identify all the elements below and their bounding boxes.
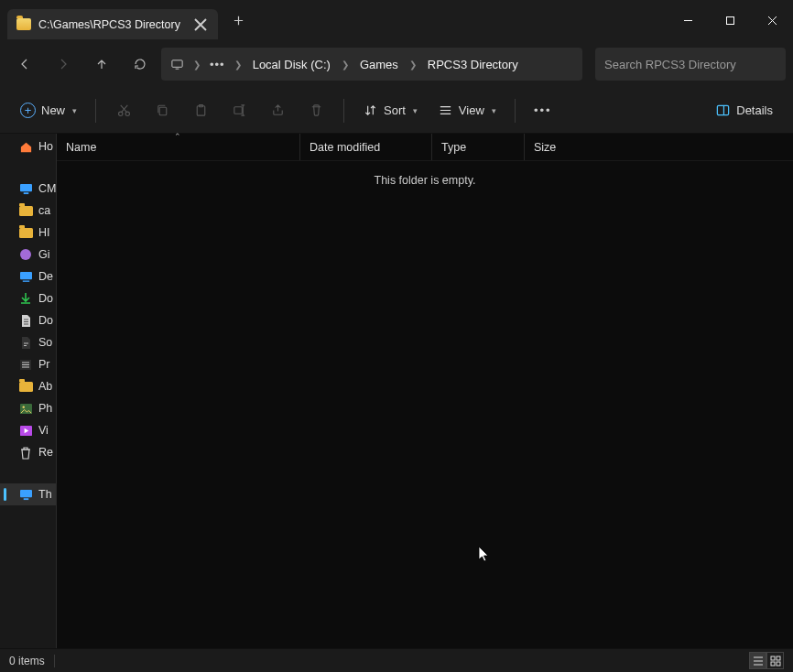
sidebar-item-label: Ab [38, 380, 52, 393]
svg-rect-20 [777, 656, 780, 660]
svg-rect-22 [777, 662, 780, 666]
column-header-size[interactable]: Size [525, 134, 591, 160]
details-button[interactable]: Details [708, 95, 780, 126]
svg-point-15 [22, 406, 24, 407]
document-icon [18, 314, 33, 327]
close-tab-button[interactable] [192, 16, 209, 33]
sidebar-item[interactable]: Ph [0, 397, 56, 419]
rename-button[interactable] [223, 95, 255, 126]
search-input[interactable] [604, 58, 777, 71]
view-button[interactable]: View ▾ [430, 95, 504, 126]
new-button[interactable]: + New ▾ [13, 95, 84, 126]
breadcrumb-root[interactable]: Local Disk (C:) [247, 50, 336, 78]
chevron-right-icon[interactable]: ❯ [191, 60, 202, 70]
sidebar-item[interactable]: Pr [0, 353, 56, 375]
folder-icon [18, 226, 33, 239]
photo-icon [18, 402, 33, 415]
svg-rect-12 [20, 271, 32, 278]
item-count: 0 items [9, 655, 45, 667]
svg-rect-9 [20, 183, 32, 190]
sidebar-item[interactable]: Do [0, 309, 56, 331]
chevron-right-icon[interactable]: ❯ [233, 60, 244, 70]
sidebar-item[interactable]: Th [0, 483, 56, 505]
sidebar-item[interactable]: CM [0, 178, 56, 200]
sort-button[interactable]: Sort ▾ [355, 95, 425, 126]
address-bar[interactable]: ❯ ••• ❯ Local Disk (C:) ❯ Games ❯ RPCS3 … [161, 48, 582, 81]
breadcrumb-leaf[interactable]: RPCS3 Directory [422, 50, 524, 78]
view-toggle-details[interactable] [749, 652, 766, 669]
chevron-right-icon[interactable]: ❯ [340, 60, 351, 70]
breadcrumb-overflow[interactable]: ••• [206, 50, 229, 78]
svg-point-2 [118, 112, 122, 115]
sidebar-item[interactable]: Ho [0, 135, 56, 157]
sidebar-item[interactable]: Vi [0, 419, 56, 441]
sidebar-item-label: Re [38, 446, 53, 459]
svg-point-3 [125, 112, 129, 115]
folder-icon [18, 380, 33, 393]
content-area[interactable]: Name ⌃ Date modified Type Size This fold… [57, 134, 793, 648]
sidebar-item[interactable]: Ab [0, 375, 56, 397]
chevron-right-icon[interactable]: ❯ [407, 60, 418, 70]
share-button[interactable] [261, 95, 294, 126]
title-bar: C:\Games\RPCS3 Directory [0, 0, 793, 40]
navigation-sidebar[interactable]: HoCMcaHIGiDeDoDoSoPrAbPhViReTh [0, 134, 57, 648]
more-button[interactable]: ••• [527, 95, 559, 126]
sidebar-item-label: CM [38, 182, 56, 195]
sidebar-item-label: So [38, 336, 52, 349]
empty-folder-message: This folder is empty. [57, 174, 793, 187]
details-pane-icon [715, 103, 731, 118]
column-header-type[interactable]: Type [432, 134, 525, 160]
monitor-icon [18, 182, 33, 195]
tab-title: C:\Games\RPCS3 Directory [38, 18, 185, 31]
sidebar-item[interactable]: De [0, 266, 56, 287]
forward-button[interactable] [46, 47, 81, 81]
sidebar-item-label: Do [38, 314, 53, 327]
refresh-button[interactable] [123, 47, 158, 81]
sidebar-item[interactable]: HI [0, 222, 56, 244]
command-toolbar: + New ▾ Sort ▾ View ▾ ••• Details [0, 88, 793, 134]
chevron-down-icon: ▾ [413, 106, 418, 115]
close-window-button[interactable] [751, 0, 793, 40]
breadcrumb-pc-icon[interactable] [167, 50, 188, 78]
script-icon [18, 336, 33, 349]
maximize-button[interactable] [709, 0, 751, 40]
video-icon [18, 424, 33, 437]
svg-rect-4 [159, 107, 167, 115]
new-tab-button[interactable] [223, 5, 253, 35]
sidebar-item-label: Th [38, 488, 52, 501]
address-row: ❯ ••• ❯ Local Disk (C:) ❯ Games ❯ RPCS3 … [0, 40, 793, 88]
column-header-date[interactable]: Date modified [300, 134, 432, 160]
sidebar-item[interactable]: Do [0, 287, 56, 309]
svg-rect-18 [23, 498, 28, 500]
copy-button[interactable] [146, 95, 179, 126]
sort-arrow-icon: ⌃ [174, 132, 181, 141]
search-box[interactable] [595, 48, 786, 81]
paste-button[interactable] [184, 95, 217, 126]
up-button[interactable] [84, 47, 119, 81]
breadcrumb-games[interactable]: Games [354, 50, 404, 78]
column-header-name[interactable]: Name ⌃ [57, 134, 300, 160]
svg-rect-5 [197, 106, 205, 115]
cut-button[interactable] [107, 95, 140, 126]
minimize-button[interactable] [667, 0, 709, 40]
chevron-down-icon: ▾ [72, 106, 77, 115]
recycle-icon [18, 446, 33, 459]
svg-point-11 [20, 249, 31, 260]
sidebar-item[interactable]: Re [0, 441, 56, 463]
sidebar-item[interactable]: Gi [0, 244, 56, 266]
cursor-icon [478, 546, 493, 567]
monitor-icon [18, 488, 33, 501]
sidebar-item-label: Do [38, 292, 53, 305]
sidebar-item-label: De [38, 270, 53, 283]
sidebar-item[interactable]: ca [0, 200, 56, 222]
tab-current[interactable]: C:\Games\RPCS3 Directory [7, 9, 218, 39]
desktop-icon [18, 270, 33, 283]
svg-rect-17 [20, 489, 32, 496]
svg-rect-19 [771, 656, 775, 660]
delete-button[interactable] [299, 95, 332, 126]
plus-circle-icon: + [20, 103, 36, 118]
back-button[interactable] [7, 47, 42, 81]
sidebar-item-label: Ho [38, 140, 53, 153]
view-toggle-thumbnails[interactable] [766, 652, 784, 669]
sidebar-item[interactable]: So [0, 331, 56, 353]
